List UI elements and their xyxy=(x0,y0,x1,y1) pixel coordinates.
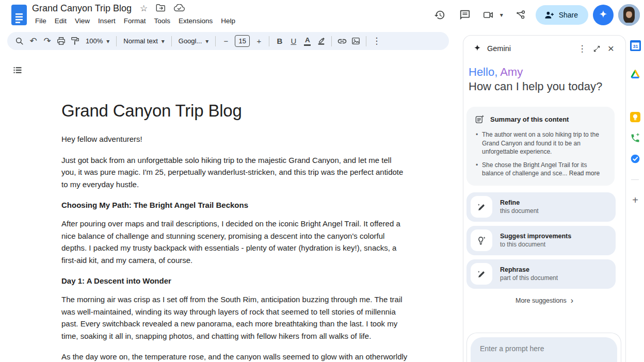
section-heading[interactable]: Choosing My Path: The Bright Angel Trail… xyxy=(61,199,408,211)
suggestion-rephrase[interactable]: Rephrase part of this document xyxy=(466,259,616,289)
zoom-value: 100% xyxy=(86,37,103,45)
section-heading[interactable]: Day 1: A Descent into Wonder xyxy=(61,275,408,287)
star-icon[interactable]: ☆ xyxy=(140,4,148,13)
pen-spark-icon xyxy=(476,269,487,279)
paragraph[interactable]: As the day wore on, the temperature rose… xyxy=(61,351,408,362)
prompt-input[interactable] xyxy=(471,337,617,362)
video-call-caret-icon[interactable]: ▾ xyxy=(496,7,506,23)
gemini-logo-spark-icon xyxy=(473,44,482,53)
font-size-field[interactable]: 15 xyxy=(235,35,250,47)
summarize-icon xyxy=(475,114,485,124)
menu-view[interactable]: View xyxy=(71,15,94,26)
menu-format[interactable]: Format xyxy=(120,15,150,26)
menu-insert[interactable]: Insert xyxy=(94,15,120,26)
decrease-font-size-icon[interactable]: − xyxy=(219,34,233,48)
paragraph[interactable]: Hey fellow adventurers! xyxy=(61,133,408,145)
greeting-question: How can I help you today? xyxy=(469,79,620,94)
svg-text:31: 31 xyxy=(633,43,638,48)
font-family-select[interactable]: Googl... ▾ xyxy=(175,37,213,45)
read-more-link[interactable]: Read more xyxy=(569,170,600,177)
gemini-spark-button[interactable] xyxy=(593,5,614,25)
drive-app-icon[interactable] xyxy=(629,68,641,80)
paragraph-style-select[interactable]: Normal text ▾ xyxy=(120,37,168,45)
gemini-close-icon[interactable]: × xyxy=(604,41,618,56)
pen-spark-icon xyxy=(476,202,487,212)
title-row: Grand Canyon Trip Blog ☆ xyxy=(32,3,185,14)
prompt-card xyxy=(466,333,621,362)
keep-app-icon[interactable] xyxy=(629,111,641,123)
side-panel-rail: 31 + xyxy=(626,30,644,362)
print-icon[interactable] xyxy=(54,34,68,48)
paragraph[interactable]: Just got back from an unforgettable solo… xyxy=(61,154,408,191)
workflow-nodes-icon[interactable] xyxy=(510,5,531,25)
video-call-icon[interactable] xyxy=(480,7,496,23)
tasks-app-icon[interactable] xyxy=(629,153,641,165)
summary-title: Summary of this content xyxy=(490,116,569,123)
zoom-select[interactable]: 100% ▾ xyxy=(82,37,113,45)
share-button[interactable]: Share xyxy=(536,5,588,25)
get-addons-icon[interactable]: + xyxy=(629,194,641,206)
move-folder-icon[interactable] xyxy=(156,4,166,13)
user-avatar[interactable] xyxy=(618,4,640,26)
search-menus-icon[interactable] xyxy=(12,34,26,48)
toolbar-more-icon[interactable]: ⋮ xyxy=(369,34,383,48)
document-heading[interactable]: Grand Canyon Trip Blog xyxy=(61,101,408,121)
menu-help[interactable]: Help xyxy=(217,15,239,26)
greeting-name: Amy xyxy=(497,65,523,78)
cloud-status-icon[interactable] xyxy=(174,4,185,13)
font-family-value: Googl... xyxy=(179,37,202,45)
paint-format-icon[interactable] xyxy=(68,34,82,48)
toolbar-divider xyxy=(171,36,172,46)
document-canvas[interactable]: Grand Canyon Trip Blog Hey fellow advent… xyxy=(61,101,408,362)
calendar-app-icon[interactable]: 31 xyxy=(629,39,641,52)
suggestion-refine[interactable]: Refine this document xyxy=(466,192,616,222)
font-caret-icon: ▾ xyxy=(205,38,208,45)
toolbar-divider xyxy=(366,36,366,46)
document-outline-icon[interactable] xyxy=(10,63,25,77)
suggestion-subtitle: to this document xyxy=(500,240,571,249)
phone-app-icon[interactable] xyxy=(629,132,641,144)
video-call-control: ▾ xyxy=(480,7,506,23)
gemini-spark-icon xyxy=(598,9,609,21)
summary-card[interactable]: Summary of this content The author went … xyxy=(466,107,615,186)
toolbar: ↶ ↷ 100% ▾ Normal text ▾ Googl... ▾ − 15… xyxy=(7,32,449,50)
paragraph[interactable]: The morning air was crisp as I set off f… xyxy=(61,293,408,342)
menu-tools[interactable]: Tools xyxy=(150,15,175,26)
rail-divider xyxy=(631,179,639,180)
suggestion-title: Rephrase xyxy=(500,266,558,274)
menubar: File Edit View Insert Format Tools Exten… xyxy=(31,15,239,26)
chevron-right-icon: › xyxy=(571,297,573,305)
gemini-more-icon[interactable]: ⋮ xyxy=(575,41,589,56)
version-history-icon[interactable] xyxy=(429,5,450,25)
menu-extensions[interactable]: Extensions xyxy=(174,15,217,26)
underline-icon[interactable]: U xyxy=(286,34,300,48)
increase-font-size-icon[interactable]: + xyxy=(252,34,266,48)
more-suggestions-button[interactable]: More suggestions › xyxy=(516,297,573,305)
undo-icon[interactable]: ↶ xyxy=(26,34,40,48)
gemini-expand-icon[interactable] xyxy=(589,41,604,56)
insert-link-icon[interactable] xyxy=(335,34,349,48)
lightbulb-spark-icon xyxy=(476,235,487,245)
paragraph[interactable]: After pouring over maps and trail descri… xyxy=(61,218,408,266)
menu-edit[interactable]: Edit xyxy=(51,15,71,26)
toolbar-divider xyxy=(269,36,269,46)
redo-icon[interactable]: ↷ xyxy=(40,34,54,48)
highlight-color-icon[interactable] xyxy=(314,34,328,48)
suggestion-improvements[interactable]: Suggest improvements to this document xyxy=(466,226,616,255)
suggestion-subtitle: this document xyxy=(500,207,539,215)
paragraph-style-value: Normal text xyxy=(123,37,157,45)
menu-file[interactable]: File xyxy=(31,15,51,26)
style-caret-icon: ▾ xyxy=(162,38,165,45)
greeting-hello: Hello, xyxy=(469,65,497,78)
comments-icon[interactable] xyxy=(455,5,475,25)
summary-bullet: The author went on a solo hiking trip to… xyxy=(475,130,607,156)
insert-image-icon[interactable] xyxy=(349,34,363,48)
summary-bullets: The author went on a solo hiking trip to… xyxy=(475,130,607,178)
doc-title-text[interactable]: Grand Canyon Trip Blog xyxy=(32,3,132,14)
text-color-icon[interactable]: A xyxy=(300,34,314,48)
bold-icon[interactable]: B xyxy=(272,34,286,48)
toolbar-divider xyxy=(215,36,216,46)
gemini-panel-title: Gemini xyxy=(487,44,575,53)
docs-logo[interactable] xyxy=(11,5,27,25)
summary-bullet: She chose the Bright Angel Trail for its… xyxy=(475,161,607,178)
